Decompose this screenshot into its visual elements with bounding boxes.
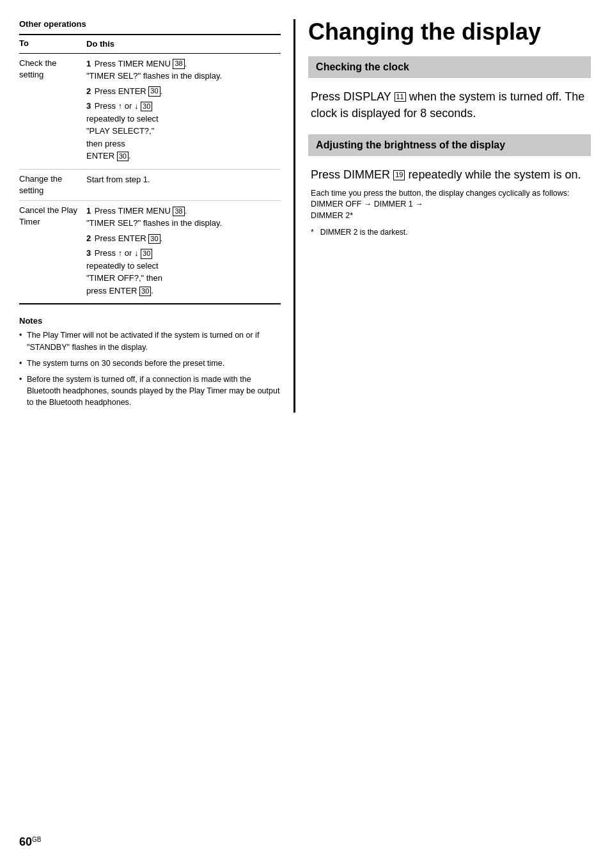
- step-num: 3: [86, 101, 91, 111]
- ref-box: 30: [141, 249, 152, 258]
- checking-clock-body: Press DISPLAY 11 when the system is turn…: [308, 88, 591, 122]
- ref-box: 30: [148, 86, 160, 96]
- page-layout: Other operations To Do this Check theset…: [19, 19, 591, 413]
- ref-box: 30: [139, 287, 151, 296]
- ref-box-11: 11: [395, 92, 406, 102]
- note-item: Before the system is turned off, if a co…: [19, 374, 281, 408]
- ref-box: 30: [141, 102, 152, 111]
- brightness-header: Adjusting the brightness of the display: [308, 134, 591, 156]
- row-do-1: 1 Press TIMER MENU 38. "TIMER SEL?" flas…: [86, 58, 281, 165]
- brightness-body: Press DIMMER 19 repeatedly while the sys…: [308, 166, 591, 239]
- col-do-header: Do this: [86, 38, 281, 51]
- checking-clock-title: Checking the clock: [316, 61, 409, 72]
- page-number: 60: [19, 835, 32, 848]
- ref-box: 30: [117, 152, 129, 161]
- row-to-3: Cancel the Play Timer: [19, 205, 86, 300]
- table-row: Change thesetting Start from step 1.: [19, 170, 281, 201]
- brightness-main-text: Press DIMMER 19 repeatedly while the sys…: [311, 166, 588, 183]
- ref-box: 30: [148, 234, 160, 244]
- section-title: Other operations: [19, 19, 281, 29]
- right-title: Changing the display: [308, 19, 591, 45]
- row-do-2: Start from step 1.: [86, 173, 281, 196]
- page-superscript: GB: [32, 836, 41, 843]
- step-num: 3: [86, 248, 91, 258]
- right-column: Changing the display Checking the clock …: [293, 19, 591, 413]
- col-to-header: To: [19, 38, 86, 51]
- brightness-detail: Each time you press the button, the disp…: [311, 188, 588, 222]
- row-do-3: 1 Press TIMER MENU 38. "TIMER SEL?" flas…: [86, 205, 281, 300]
- notes-title: Notes: [19, 316, 281, 326]
- checking-clock-header: Checking the clock: [308, 56, 591, 78]
- ref-box-19: 19: [393, 170, 405, 180]
- checking-clock-text: Press DISPLAY 11 when the system is turn…: [311, 88, 588, 122]
- left-column: Other operations To Do this Check theset…: [19, 19, 293, 413]
- step-num: 1: [86, 206, 91, 216]
- table-header: To Do this: [19, 35, 281, 54]
- brightness-star-note: * DIMMER 2 is the darkest.: [311, 226, 588, 239]
- notes-list: The Play Timer will not be activated if …: [19, 329, 281, 408]
- note-item: The system turns on 30 seconds before th…: [19, 358, 281, 369]
- row-to-1: Check thesetting: [19, 58, 86, 165]
- notes-section: Notes The Play Timer will not be activat…: [19, 316, 281, 408]
- table-row: Cancel the Play Timer 1 Press TIMER MENU…: [19, 201, 281, 304]
- brightness-title: Adjusting the brightness of the display: [316, 139, 505, 150]
- ref-box: 38: [173, 59, 184, 68]
- table-row: Check thesetting 1 Press TIMER MENU 38. …: [19, 54, 281, 170]
- operations-table: To Do this Check thesetting 1 Press TIME…: [19, 34, 281, 304]
- step-num: 1: [86, 59, 91, 68]
- row-to-2: Change thesetting: [19, 173, 86, 196]
- ref-box: 38: [173, 207, 184, 216]
- page-number-area: 60GB: [19, 835, 41, 849]
- step-num: 2: [86, 233, 91, 243]
- note-item: The Play Timer will not be activated if …: [19, 329, 281, 352]
- step-num: 2: [86, 86, 91, 96]
